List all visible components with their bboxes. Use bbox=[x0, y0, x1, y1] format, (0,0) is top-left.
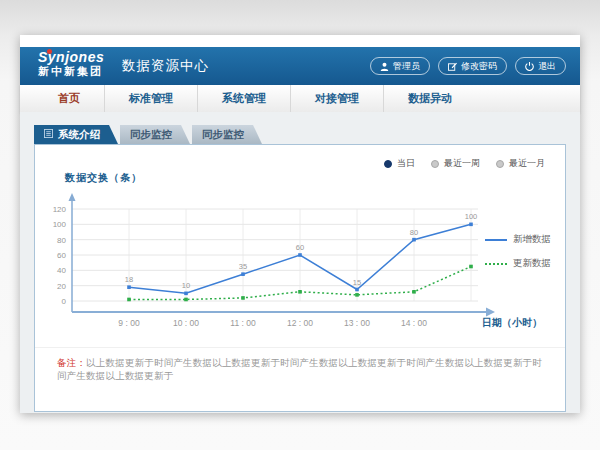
note-label: 备注： bbox=[57, 357, 86, 368]
svg-text:120: 120 bbox=[53, 205, 67, 214]
svg-text:40: 40 bbox=[57, 266, 66, 275]
svg-text:80: 80 bbox=[57, 236, 66, 245]
svg-text:60: 60 bbox=[296, 243, 304, 252]
logo-wordmark: Synjones bbox=[38, 50, 104, 65]
svg-text:10 : 00: 10 : 00 bbox=[173, 318, 199, 328]
svg-text:18: 18 bbox=[125, 275, 133, 284]
svg-text:日期（小时）: 日期（小时） bbox=[482, 317, 542, 328]
note-text: 以上数据更新于时间产生数据以上数据更新于时间产生数据以上数据更新于时间产生数据以… bbox=[57, 357, 542, 381]
desktop-background: Synjones 新中新集团 数据资源中心 管理员 修改密码 bbox=[0, 0, 600, 450]
admin-user-button[interactable]: 管理员 bbox=[370, 57, 430, 75]
svg-text:15: 15 bbox=[353, 278, 361, 287]
logo-accent-dot bbox=[47, 49, 52, 54]
svg-text:12 : 00: 12 : 00 bbox=[287, 318, 313, 328]
svg-text:35: 35 bbox=[239, 262, 247, 271]
tab-sync-monitor-1[interactable]: 同步监控 bbox=[120, 125, 190, 144]
panel-divider bbox=[35, 347, 565, 348]
nav-item-standard-mgmt[interactable]: 标准管理 bbox=[104, 85, 197, 112]
edit-icon bbox=[448, 62, 457, 71]
nav-item-interface-mgmt[interactable]: 对接管理 bbox=[290, 85, 383, 112]
svg-text:20: 20 bbox=[57, 282, 66, 291]
chart-legend: 新增数据 更新数据 bbox=[485, 233, 551, 281]
user-bar: 管理员 修改密码 退出 bbox=[370, 57, 566, 75]
svg-text:100: 100 bbox=[53, 220, 67, 229]
document-icon bbox=[44, 125, 53, 144]
user-icon bbox=[380, 62, 389, 71]
radio-dot bbox=[384, 160, 392, 168]
nav-item-data-change[interactable]: 数据异动 bbox=[383, 85, 476, 112]
svg-text:60: 60 bbox=[57, 251, 66, 260]
svg-text:0: 0 bbox=[62, 297, 67, 306]
svg-text:13 : 00: 13 : 00 bbox=[344, 318, 370, 328]
radio-last-month[interactable]: 最近一月 bbox=[496, 157, 545, 170]
svg-text:14 : 00: 14 : 00 bbox=[401, 318, 427, 328]
content-area: 系统介绍 同步监控 同步监控 当日 最近一周 bbox=[20, 112, 580, 413]
logo-subtitle: 新中新集团 bbox=[38, 65, 104, 77]
chart-panel: 当日 最近一周 最近一月 数据交换（条） 0204060801001201810… bbox=[34, 144, 566, 412]
radio-dot bbox=[431, 160, 439, 168]
legend-item-update-data[interactable]: 更新数据 bbox=[485, 257, 551, 270]
nav-item-home[interactable]: 首页 bbox=[34, 85, 104, 112]
legend-line-dotted bbox=[485, 263, 507, 265]
main-nav: 首页 标准管理 系统管理 对接管理 数据异动 bbox=[20, 85, 580, 113]
y-axis-title: 数据交换（条） bbox=[65, 171, 142, 185]
logout-button[interactable]: 退出 bbox=[515, 57, 566, 75]
svg-text:10: 10 bbox=[182, 281, 190, 290]
company-logo[interactable]: Synjones 新中新集团 bbox=[38, 50, 104, 77]
change-password-button[interactable]: 修改密码 bbox=[438, 57, 507, 75]
time-filter: 当日 最近一周 最近一月 bbox=[384, 157, 545, 170]
svg-text:11 : 00: 11 : 00 bbox=[230, 318, 256, 328]
svg-text:9 : 00: 9 : 00 bbox=[118, 318, 140, 328]
app-header: Synjones 新中新集团 数据资源中心 管理员 修改密码 bbox=[20, 47, 580, 86]
tab-bar: 系统介绍 同步监控 同步监控 bbox=[34, 125, 264, 144]
tab-system-intro[interactable]: 系统介绍 bbox=[34, 125, 118, 144]
page-title: 数据资源中心 bbox=[122, 47, 209, 85]
radio-today[interactable]: 当日 bbox=[384, 157, 415, 170]
power-icon bbox=[525, 62, 534, 71]
footer-note: 备注：以上数据更新于时间产生数据以上数据更新于时间产生数据以上数据更新于时间产生… bbox=[57, 357, 551, 383]
svg-text:100: 100 bbox=[465, 212, 478, 221]
radio-last-week[interactable]: 最近一周 bbox=[431, 157, 480, 170]
radio-dot bbox=[496, 160, 504, 168]
nav-item-system-mgmt[interactable]: 系统管理 bbox=[197, 85, 290, 112]
legend-item-new-data[interactable]: 新增数据 bbox=[485, 233, 551, 246]
tab-sync-monitor-2[interactable]: 同步监控 bbox=[192, 125, 262, 144]
svg-text:80: 80 bbox=[410, 228, 418, 237]
legend-line-solid bbox=[485, 239, 507, 241]
line-chart: 0204060801001201810356015801009 : 0010 :… bbox=[40, 189, 560, 331]
browser-page: Synjones 新中新集团 数据资源中心 管理员 修改密码 bbox=[20, 35, 580, 413]
